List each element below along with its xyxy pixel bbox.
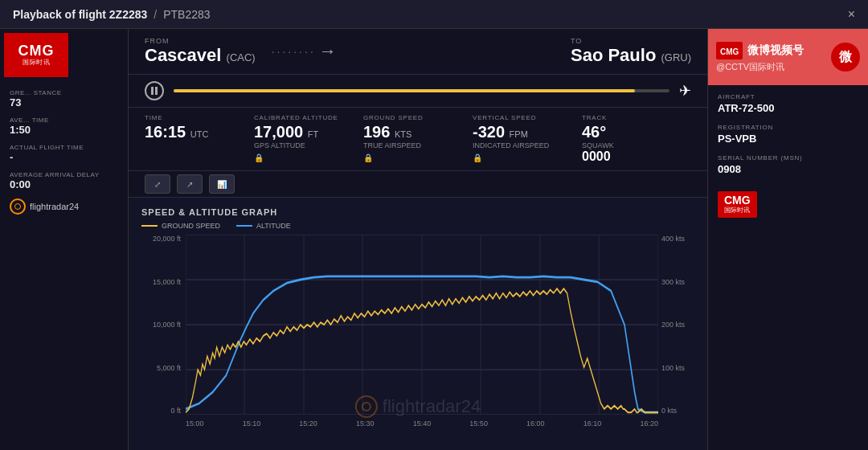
- stat-altitude-sub: GPS ALTITUDE: [254, 141, 350, 149]
- sidebar-stat-distance: GRE... STANCE 73: [10, 89, 118, 108]
- route-from: FROM Cascavel (CAC): [145, 37, 256, 66]
- flightradar-logo: flightradar24: [10, 198, 118, 215]
- progress-fill: [174, 89, 635, 92]
- title-bar: Playback of flight 2Z2283 / PTB2283 ×: [0, 0, 868, 29]
- y-label-2: 5,000 ft: [157, 364, 181, 372]
- x-label-4: 15:30: [356, 419, 375, 428]
- from-label: FROM: [145, 37, 256, 45]
- from-city: Cascavel (CAC): [145, 45, 256, 66]
- aircraft-section: AIRCRAFT ATR-72-500: [718, 93, 858, 114]
- serial-section: SERIAL NUMBER (MSN) 0908: [718, 154, 858, 175]
- cmg-right-sub: 国际时讯: [724, 206, 751, 215]
- flight-title: Playback of flight 2Z2283: [13, 8, 147, 21]
- stat-altitude-label: CALIBRATED ALTITUDE: [254, 114, 350, 121]
- stat-track: TRACK 46° SQUAWK 0000: [582, 114, 691, 164]
- y-right-label-3: 200 kts: [661, 321, 685, 329]
- cmg-sub: 国际时讯: [23, 58, 50, 67]
- arrow-head: →: [319, 41, 337, 62]
- registration-value: PS-VPB: [718, 133, 858, 145]
- main-area: CMG 国际时讯 GRE... STANCE 73 AVE... TIME 1:…: [0, 29, 868, 450]
- stat-ground-speed-value: 196 KTS: [363, 123, 460, 141]
- aircraft-label: AIRCRAFT: [718, 93, 858, 100]
- flight-info: FROM Cascavel (CAC) ········ → TO Sao Pa…: [129, 29, 707, 450]
- playback-bar: ✈: [129, 75, 707, 108]
- sidebar-stat-delay-label: AVERAGE ARRIVAL DELAY: [10, 171, 118, 178]
- cmg-logo: CMG 国际时讯: [4, 33, 68, 77]
- x-label-2: 15:10: [243, 419, 261, 428]
- stat-altitude-value: 17,000 FT: [254, 123, 350, 141]
- speed-lock-icon: 🔒: [363, 153, 373, 162]
- x-axis-labels: 15:00 15:10 15:20 15:30 15:40 15:50 16:0…: [186, 418, 658, 428]
- x-label-6: 15:50: [469, 419, 488, 428]
- stat-vertical-speed-label: VERTICAL SPEED: [473, 114, 569, 121]
- serial-value: 0908: [718, 163, 858, 175]
- vspeed-lock-icon: 🔒: [473, 153, 482, 162]
- fr-icon: [10, 198, 26, 215]
- sidebar-stat-distance-label: GRE... STANCE: [10, 89, 118, 96]
- route-dots: ········: [272, 45, 316, 58]
- legend-altitude-label: ALTITUDE: [256, 222, 291, 230]
- weibo-banner: CMG 微博视频号 @CCTV国际时讯 微: [708, 29, 868, 85]
- weibo-handle: @CCTV国际时讯: [716, 61, 784, 73]
- expand-button[interactable]: ⤢: [145, 174, 170, 194]
- stat-time-label: TIME: [145, 114, 241, 121]
- legend-altitude: ALTITUDE: [236, 222, 291, 230]
- aircraft-value: ATR-72-500: [718, 102, 858, 114]
- graph-area: SPEED & ALTITUDE GRAPH GROUND SPEED ALTI…: [129, 198, 707, 450]
- y-right-label-2: 100 kts: [661, 364, 685, 372]
- watermark: flightradar24: [355, 395, 481, 418]
- from-code: (CAC): [227, 51, 256, 63]
- legend-altitude-line: [236, 225, 252, 227]
- sidebar-stat-time: AVE... TIME 1:50: [10, 117, 118, 136]
- x-label-5: 15:40: [413, 419, 432, 428]
- stat-track-label: TRACK: [582, 114, 678, 121]
- stat-time-value: 16:15 UTC: [145, 123, 241, 141]
- x-label-3: 15:20: [299, 419, 317, 428]
- graph-title: SPEED & ALTITUDE GRAPH: [141, 207, 694, 217]
- weibo-title: 微博视频号: [747, 43, 804, 58]
- left-sidebar: CMG 国际时讯 GRE... STANCE 73 AVE... TIME 1:…: [0, 29, 129, 450]
- sidebar-stat-delay: AVERAGE ARRIVAL DELAY 0:00: [10, 171, 118, 190]
- progress-bar[interactable]: [174, 89, 669, 92]
- chart-button[interactable]: 📊: [209, 174, 235, 194]
- stat-ground-speed-label: GROUND SPEED: [363, 114, 460, 121]
- stat-squawk-label: SQUAWK: [582, 141, 678, 149]
- legend-speed: GROUND SPEED: [141, 222, 220, 230]
- close-button[interactable]: ×: [848, 7, 855, 22]
- y-label-4: 15,000 ft: [153, 278, 181, 286]
- y-label-3: 10,000 ft: [153, 321, 181, 329]
- sidebar-stat-distance-value: 73: [10, 96, 118, 108]
- registration-label: REGISTRATION: [718, 124, 858, 131]
- graph-legend: GROUND SPEED ALTITUDE: [141, 222, 694, 230]
- stat-vertical-speed: VERTICAL SPEED -320 FPM INDICATED AIRSPE…: [473, 114, 582, 164]
- x-label-9: 16:20: [640, 419, 658, 428]
- y-axis-left: 20,000 ft 15,000 ft 10,000 ft 5,000 ft 0…: [141, 235, 186, 431]
- share-button[interactable]: ↗: [177, 174, 203, 194]
- sidebar-stat-actual-value: -: [10, 151, 118, 163]
- registration-section: REGISTRATION PS-VPB: [718, 124, 858, 145]
- cmg-right-text: CMG: [724, 194, 751, 206]
- cmg-text: CMG: [18, 43, 55, 58]
- stats-bar: TIME 16:15 UTC CALIBRATED ALTITUDE 17,00…: [129, 108, 707, 171]
- stat-ground-speed-sub: TRUE AIRSPEED: [363, 141, 460, 149]
- right-panel: CMG 微博视频号 @CCTV国际时讯 微 AIRCRAFT ATR-72-50…: [707, 29, 868, 450]
- route-bar: FROM Cascavel (CAC) ········ → TO Sao Pa…: [129, 29, 707, 75]
- sidebar-stat-delay-value: 0:00: [10, 178, 118, 190]
- stat-track-value: 46°: [582, 123, 678, 141]
- plane-icon: ✈: [679, 82, 691, 100]
- pause-button[interactable]: [145, 81, 164, 100]
- weibo-icon: 微: [831, 43, 860, 72]
- x-label-1: 15:00: [186, 419, 204, 428]
- route-arrow: ········ →: [272, 41, 555, 62]
- cmg-right-panel: CMG 国际时讯: [718, 191, 858, 218]
- pause-icon: [151, 87, 158, 95]
- title-divider: /: [154, 8, 157, 21]
- legend-speed-line: [141, 225, 158, 227]
- fr-text: flightradar24: [30, 202, 79, 211]
- altitude-lock-icon: 🔒: [254, 153, 264, 162]
- to-city: Sao Paulo (GRU): [571, 45, 691, 66]
- stat-altitude: CALIBRATED ALTITUDE 17,000 FT GPS ALTITU…: [254, 114, 363, 164]
- serial-label: SERIAL NUMBER (MSN): [718, 154, 858, 162]
- y-label-5: 20,000 ft: [153, 235, 181, 243]
- flight-code: PTB2283: [163, 8, 210, 21]
